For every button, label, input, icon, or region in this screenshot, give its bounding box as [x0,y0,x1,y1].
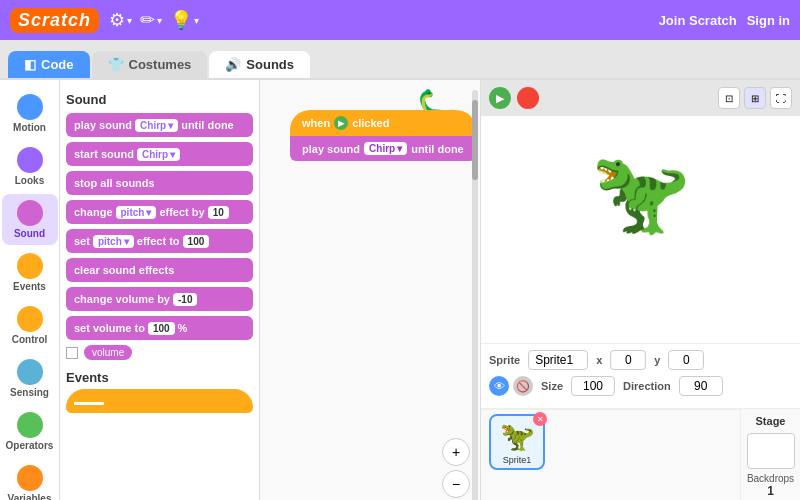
chirp-dropdown-2[interactable]: Chirp ▾ [137,148,180,161]
script-area[interactable]: 🦕 when ▶ clicked play sound Chirp ▾ unti… [260,80,480,500]
sprite-properties: Sprite x y 👁 🚫 Size Direction [481,343,800,408]
pitch-dropdown-2[interactable]: pitch ▾ [93,235,134,248]
clear-sound-effects-block[interactable]: clear sound effects [66,258,253,282]
stop-all-sounds-block[interactable]: stop all sounds [66,171,253,195]
sidebar-item-control[interactable]: Control [2,300,58,351]
when-label: when [302,117,330,129]
size-input[interactable] [571,376,615,396]
clicked-label: clicked [352,117,389,129]
right-panel: ▶ ⊡ ⊞ ⛶ 🦖 Sprite x y [480,80,800,500]
operators-dot [17,412,43,438]
edit-button[interactable]: ✏ ▾ [140,9,162,31]
chirp-chevron-1: ▾ [168,120,173,131]
stage-backdrop-thumb[interactable] [747,433,795,469]
sprite1-thumb[interactable]: ✕ 🦖 Sprite1 [489,414,545,470]
events-placeholder-block[interactable]: ▬▬▬ [66,389,253,413]
set-volume-block[interactable]: set volume to 100 % [66,316,253,340]
direction-input[interactable] [679,376,723,396]
show-sprite-button[interactable]: 👁 [489,376,509,396]
stage-header: ▶ ⊡ ⊞ ⛶ [481,80,800,116]
backdrops-label: Backdrops [747,473,794,484]
edit-chevron: ▾ [157,15,162,26]
dino-sprite: 🦖 [591,146,691,240]
when-flag-hat-block[interactable]: when ▶ clicked play sound Chirp ▾ until … [290,110,476,161]
volume-checkbox[interactable] [66,347,78,359]
sprite-delete-icon[interactable]: ✕ [533,412,547,426]
scratch-logo: Scratch [10,8,99,33]
blocks-panel: Sound play sound Chirp ▾ until done star… [60,80,260,500]
script-scrollbar[interactable] [472,90,478,500]
sidebar-item-sensing[interactable]: Sensing [2,353,58,404]
y-input[interactable] [668,350,704,370]
tutorial-chevron: ▾ [194,15,199,26]
script-until-done-label: until done [411,143,464,155]
tab-code[interactable]: ◧ Code [8,51,90,78]
vol-val2-input[interactable]: 100 [148,322,175,335]
sprite-name-input[interactable] [528,350,588,370]
sprite-thumb-image: 🦖 [500,420,535,453]
events-section-title: Events [66,370,253,385]
pitch-chevron-2: ▾ [124,236,129,247]
pitch-val-input[interactable]: 10 [208,206,229,219]
tab-row: ◧ Code 👕 Costumes 🔊 Sounds [0,40,800,80]
pitch-val2-input[interactable]: 100 [183,235,210,248]
sidebar-item-events[interactable]: Events [2,247,58,298]
sound-section-title: Sound [66,92,253,107]
tutorial-icon: 💡 [170,9,192,31]
volume-oval: volume [84,345,132,360]
stage-canvas: 🦖 [481,116,800,343]
sounds-icon: 🔊 [225,57,241,72]
sprite-thumb-label: Sprite1 [503,455,532,465]
zoom-out-button[interactable]: − [442,470,470,498]
sidebar: Motion Looks Sound Events Control Sensin… [0,80,60,500]
set-pitch-block[interactable]: set pitch ▾ effect to 100 [66,229,253,253]
events-dot [17,253,43,279]
gear-button[interactable]: ⚙ ▾ [109,9,132,31]
stage-small-view-button[interactable]: ⊡ [718,87,740,109]
sprite-list-row: ✕ 🦖 Sprite1 Stage Backdrops 1 [481,408,800,500]
control-dot [17,306,43,332]
sprite-name-label: Sprite [489,354,520,366]
tutorial-button[interactable]: 💡 ▾ [170,9,199,31]
stage-normal-view-button[interactable]: ⊞ [744,87,766,109]
play-sound-until-done-block[interactable]: play sound Chirp ▾ until done [66,113,253,137]
stage-sidebar: Stage Backdrops 1 [740,409,800,500]
stage-control-buttons: ▶ [489,87,539,109]
stop-button[interactable] [517,87,539,109]
tab-costumes[interactable]: 👕 Costumes [92,51,208,78]
zoom-in-button[interactable]: + [442,438,470,466]
size-label: Size [541,380,563,392]
code-icon: ◧ [24,57,36,72]
change-pitch-block[interactable]: change pitch ▾ effect by 10 [66,200,253,224]
motion-dot [17,94,43,120]
green-flag-button[interactable]: ▶ [489,87,511,109]
stage-label: Stage [756,415,786,427]
stage-view-buttons: ⊡ ⊞ ⛶ [718,87,792,109]
topnav: Scratch ⚙ ▾ ✏ ▾ 💡 ▾ Join Scratch Sign in [0,0,800,40]
sound-dot [17,200,43,226]
sidebar-item-variables[interactable]: Variables [2,459,58,500]
sign-in-button[interactable]: Sign in [747,13,790,28]
pitch-dropdown[interactable]: pitch ▾ [116,206,157,219]
edit-icon: ✏ [140,9,155,31]
chirp-dropdown-1[interactable]: Chirp ▾ [135,119,178,132]
sidebar-item-motion[interactable]: Motion [2,88,58,139]
vol-val-input[interactable]: -10 [173,293,197,306]
start-sound-block[interactable]: start sound Chirp ▾ [66,142,253,166]
sidebar-item-sound[interactable]: Sound [2,194,58,245]
sensing-dot [17,359,43,385]
sidebar-item-looks[interactable]: Looks [2,141,58,192]
tab-sounds[interactable]: 🔊 Sounds [209,51,310,78]
gear-chevron: ▾ [127,15,132,26]
sidebar-item-operators[interactable]: Operators [2,406,58,457]
join-scratch-button[interactable]: Join Scratch [659,13,737,28]
sprite-list-area: ✕ 🦖 Sprite1 [481,409,740,500]
green-flag-small: ▶ [334,116,348,130]
script-chirp-dropdown[interactable]: Chirp ▾ [364,142,407,155]
stage-fullscreen-button[interactable]: ⛶ [770,87,792,109]
hide-sprite-button[interactable]: 🚫 [513,376,533,396]
x-input[interactable] [610,350,646,370]
main-area: Motion Looks Sound Events Control Sensin… [0,80,800,500]
direction-label: Direction [623,380,671,392]
change-volume-block[interactable]: change volume by -10 [66,287,253,311]
